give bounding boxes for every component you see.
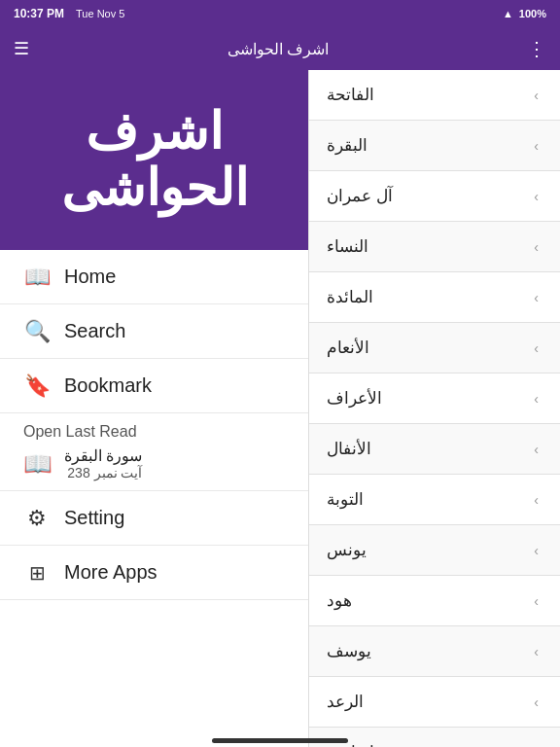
status-indicators: ▲ 100%: [503, 8, 546, 19]
nav-bar: ☰ اشرف الحواشی ⋮: [0, 27, 560, 70]
sidebar-header: اشرف الحواشی: [0, 70, 308, 250]
last-read-ayat: آیت نمبر 238: [67, 465, 142, 480]
surah-name: يونس: [327, 540, 367, 560]
surah-chevron-icon: ›: [534, 88, 539, 103]
surah-chevron-icon: ›: [534, 492, 539, 508]
surah-name: الأعراف: [327, 388, 382, 409]
last-read-icon: 📖: [23, 450, 52, 478]
sidebar-menu: 📖 Home 🔍 Search 🔖 Bookmark Open Last Rea…: [0, 250, 308, 747]
sidebar-item-more-apps[interactable]: ⊞ More Apps: [0, 546, 308, 600]
nav-title: اشرف الحواشی: [228, 40, 329, 58]
status-time: 10:37 PM: [14, 7, 64, 20]
surah-name: الأنعام: [327, 338, 369, 358]
surah-list-item[interactable]: › إبراهيم: [309, 728, 560, 747]
surah-list-item[interactable]: › آل عمران: [309, 171, 560, 222]
surah-list-item[interactable]: › الأنفال: [309, 424, 560, 475]
status-time-date: 10:37 PM Tue Nov 5: [14, 7, 124, 20]
main-layout: اشرف الحواشی 📖 Home 🔍 Search 🔖 Bookmark …: [0, 70, 560, 747]
sidebar-item-home[interactable]: 📖 Home: [0, 250, 308, 304]
setting-label: Setting: [64, 507, 124, 529]
open-last-read-section[interactable]: Open Last Read 📖 سورة البقرة آیت نمبر 23…: [0, 413, 308, 491]
search-icon: 🔍: [23, 319, 51, 344]
surah-name: البقرة: [327, 135, 368, 156]
sidebar-item-search[interactable]: 🔍 Search: [0, 304, 308, 359]
surah-list-item[interactable]: › يونس: [309, 525, 560, 576]
surah-name: التوبة: [327, 489, 364, 510]
more-options-button[interactable]: ⋮: [527, 37, 546, 60]
sidebar-item-bookmark[interactable]: 🔖 Bookmark: [0, 359, 308, 413]
surah-list-item[interactable]: › الرعد: [309, 677, 560, 728]
surah-name: هود: [327, 590, 352, 611]
sidebar-item-setting[interactable]: ⚙ Setting: [0, 491, 308, 546]
bookmark-icon: 🔖: [23, 374, 51, 399]
bookmark-label: Bookmark: [64, 374, 152, 397]
surah-list-item[interactable]: › الأعراف: [309, 374, 560, 424]
open-last-read-content: 📖 سورة البقرة آیت نمبر 238: [23, 446, 285, 480]
home-icon: 📖: [23, 265, 51, 290]
surah-list-item[interactable]: › التوبة: [309, 475, 560, 525]
surah-name: الفاتحة: [327, 85, 374, 105]
surah-chevron-icon: ›: [534, 239, 539, 255]
surah-list-item[interactable]: › يوسف: [309, 626, 560, 677]
home-indicator: [212, 738, 348, 743]
battery-indicator: 100%: [519, 8, 546, 19]
last-read-text: سورة البقرة آیت نمبر 238: [64, 446, 142, 480]
more-apps-icon: ⊞: [23, 561, 51, 585]
surah-list-item[interactable]: › الفاتحة: [309, 70, 560, 121]
surah-chevron-icon: ›: [534, 189, 539, 204]
more-apps-label: More Apps: [64, 561, 158, 584]
surah-list-item[interactable]: › المائدة: [309, 272, 560, 323]
surah-chevron-icon: ›: [534, 694, 539, 710]
surah-name: الرعد: [327, 692, 364, 712]
surah-chevron-icon: ›: [534, 290, 539, 305]
surah-name: الأنفال: [327, 439, 371, 459]
setting-icon: ⚙: [23, 506, 51, 531]
surah-name: النساء: [327, 236, 368, 257]
wifi-icon: ▲: [503, 8, 513, 19]
home-label: Home: [64, 266, 116, 288]
status-bar: 10:37 PM Tue Nov 5 ▲ 100%: [0, 0, 560, 27]
surah-chevron-icon: ›: [534, 593, 539, 609]
open-last-read-title: Open Last Read: [23, 423, 285, 441]
surah-name: يوسف: [327, 641, 371, 661]
surah-chevron-icon: ›: [534, 644, 539, 659]
surah-name: آل عمران: [327, 186, 393, 206]
surah-list-item[interactable]: › البقرة: [309, 121, 560, 171]
app-title: اشرف الحواشی: [0, 94, 308, 225]
sidebar: اشرف الحواشی 📖 Home 🔍 Search 🔖 Bookmark …: [0, 70, 309, 747]
surah-chevron-icon: ›: [534, 543, 539, 558]
surah-list[interactable]: › الفاتحة › البقرة › آل عمران › النساء ›…: [309, 70, 560, 747]
surah-list-item[interactable]: › الأنعام: [309, 323, 560, 374]
surah-chevron-icon: ›: [534, 442, 539, 457]
last-read-surah: سورة البقرة: [64, 446, 142, 465]
surah-chevron-icon: ›: [534, 340, 539, 356]
surah-list-item[interactable]: › النساء: [309, 222, 560, 272]
surah-chevron-icon: ›: [534, 391, 539, 407]
hamburger-button[interactable]: ☰: [14, 38, 29, 59]
surah-list-item[interactable]: › هود: [309, 576, 560, 626]
surah-chevron-icon: ›: [534, 138, 539, 154]
search-label: Search: [64, 320, 125, 342]
surah-name: المائدة: [327, 287, 373, 307]
status-date: Tue Nov 5: [76, 8, 124, 19]
